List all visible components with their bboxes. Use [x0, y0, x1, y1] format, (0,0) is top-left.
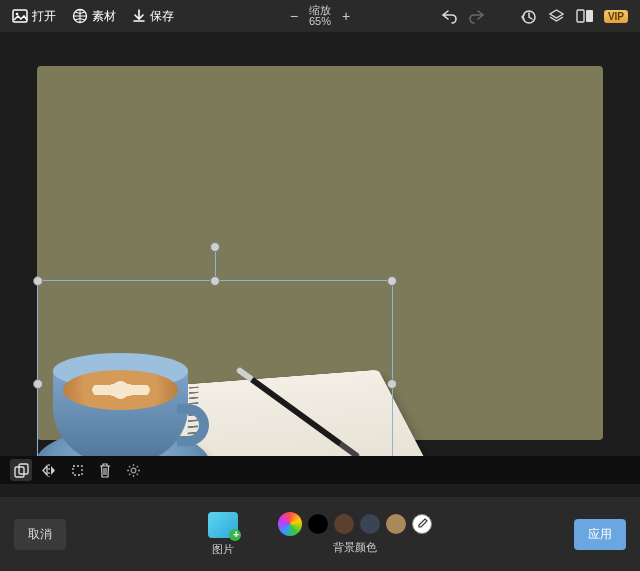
resize-handle-tl[interactable]: [33, 276, 43, 286]
resize-handle-mr[interactable]: [387, 379, 397, 389]
bg-color-label: 背景颜色: [333, 540, 377, 555]
background-tools: + 图片 背景颜色: [208, 512, 432, 557]
assets-label: 素材: [92, 8, 116, 25]
resize-handle-tr[interactable]: [387, 276, 397, 286]
download-icon: [132, 9, 146, 23]
swatch-1[interactable]: [334, 514, 354, 534]
resize-handle-ml[interactable]: [33, 379, 43, 389]
resize-handle-tc[interactable]: [210, 276, 220, 286]
assets-button[interactable]: 素材: [64, 0, 124, 32]
flip-horizontal-button[interactable]: [38, 459, 60, 481]
toolbar-right: VIP: [440, 7, 636, 25]
svg-rect-4: [577, 10, 584, 22]
svg-point-9: [131, 468, 136, 473]
swatch-0[interactable]: [308, 514, 328, 534]
save-button[interactable]: 保存: [124, 0, 182, 32]
layers-button[interactable]: [548, 7, 566, 25]
image-background-button[interactable]: +: [208, 512, 238, 538]
duplicate-button[interactable]: [10, 459, 32, 481]
compare-button[interactable]: [576, 7, 594, 25]
layer-toolbar: [0, 456, 640, 484]
zoom-out-button[interactable]: −: [287, 8, 301, 24]
eyedropper-button[interactable]: [412, 514, 432, 534]
zoom-value: 65%: [309, 16, 331, 27]
image-tool-label: 图片: [212, 542, 234, 557]
cancel-button[interactable]: 取消: [14, 519, 66, 550]
vip-badge[interactable]: VIP: [604, 10, 628, 23]
image-icon: [12, 8, 28, 24]
save-label: 保存: [150, 8, 174, 25]
history-button[interactable]: [520, 7, 538, 25]
open-button[interactable]: 打开: [4, 0, 64, 32]
swatch-4[interactable]: [386, 514, 406, 534]
settings-button[interactable]: [122, 459, 144, 481]
svg-rect-5: [586, 10, 593, 22]
bottom-panel: 取消 + 图片 背景颜色 应用: [0, 497, 640, 571]
svg-rect-8: [73, 466, 82, 475]
crop-button[interactable]: [66, 459, 88, 481]
svg-point-1: [16, 13, 19, 16]
swatch-3[interactable]: [360, 514, 380, 534]
color-swatches: [278, 512, 432, 536]
apply-button[interactable]: 应用: [574, 519, 626, 550]
top-toolbar: 打开 素材 保存 − 缩放 65% +: [0, 0, 640, 32]
canvas-area: [0, 32, 640, 456]
delete-button[interactable]: [94, 459, 116, 481]
canvas[interactable]: [37, 66, 603, 440]
zoom-control: − 缩放 65% +: [287, 0, 353, 32]
redo-button[interactable]: [468, 7, 486, 25]
rotate-handle[interactable]: [210, 242, 220, 252]
globe-icon: [72, 8, 88, 24]
zoom-in-button[interactable]: +: [339, 8, 353, 24]
palette-icon[interactable]: [278, 512, 302, 536]
open-label: 打开: [32, 8, 56, 25]
undo-button[interactable]: [440, 7, 458, 25]
selection-box[interactable]: [37, 280, 393, 456]
plus-icon: +: [233, 529, 239, 540]
